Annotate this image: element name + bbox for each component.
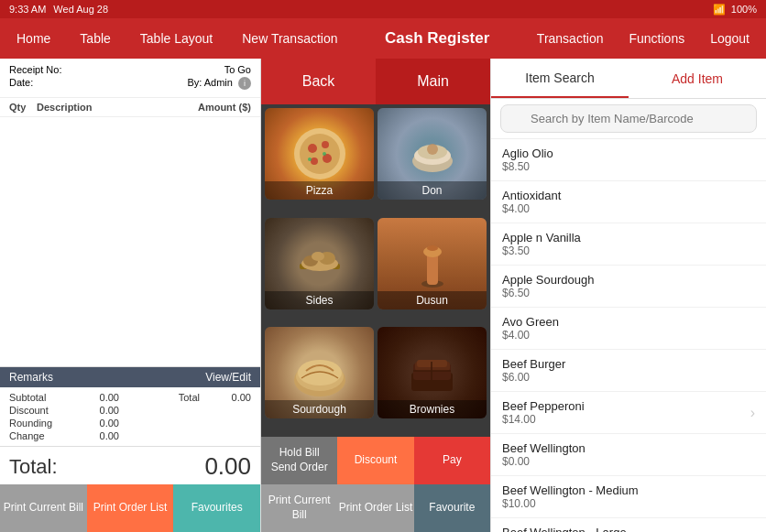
item-row[interactable]: Beef Wellington - Medium $10.00 (491, 476, 766, 518)
total-amount: 0.00 (204, 452, 251, 481)
total-label-inline: Total (119, 392, 200, 403)
item-search-header: Item Search Add Item (491, 59, 766, 99)
item-row[interactable]: Beef Pepperoni $14.00 › (491, 392, 766, 434)
item-info: Beef Burger $6.00 (502, 357, 755, 384)
favourite-button[interactable]: Favourites (173, 484, 260, 532)
item-info: Beef Pepperoni $14.00 (502, 399, 750, 426)
item-info: Antioxidant $4.00 (502, 189, 755, 215)
nav-right: Transaction Functions Logout (531, 27, 755, 49)
receipt-items (0, 117, 260, 366)
col-qty: Qty (9, 102, 37, 113)
main-button[interactable]: Main (376, 59, 490, 104)
item-price: $6.50 (502, 287, 755, 299)
nav-functions[interactable]: Functions (623, 27, 690, 49)
rounding-label: Rounding (9, 418, 73, 429)
app-title: Cash Register (344, 29, 531, 48)
item-info: Beef Wellington $0.00 (502, 441, 755, 468)
item-row[interactable]: Beef Wellington - Large $15.00 (491, 518, 766, 532)
cat-print-bill-button[interactable]: Print Current Bill (261, 484, 337, 532)
item-row[interactable]: Beef Burger $6.00 (491, 350, 766, 392)
receipt-footer: Remarks View/Edit Subtotal 0.00 Total 0.… (0, 366, 260, 532)
item-info: Avo Green $4.00 (502, 315, 755, 342)
pizza-label: Pizza (265, 181, 374, 200)
categories-grid: Pizza Don (261, 104, 490, 437)
back-button[interactable]: Back (261, 59, 376, 104)
date-label: Date: (9, 77, 33, 90)
item-name: Apple Sourdough (502, 273, 755, 287)
nav-logout[interactable]: Logout (705, 27, 755, 49)
search-input[interactable] (500, 104, 757, 133)
main-content: Receipt No: To Go Date: By: Admin i Qty … (0, 59, 766, 532)
item-name: Beef Wellington (502, 441, 755, 455)
item-info: Beef Wellington - Medium $10.00 (502, 483, 755, 510)
discount-value: 0.00 (73, 405, 119, 416)
info-icon[interactable]: i (238, 77, 251, 90)
item-name: Beef Pepperoni (502, 399, 750, 413)
item-row[interactable]: Apple Sourdough $6.50 (491, 266, 766, 308)
total-value-inline: 0.00 (205, 392, 251, 403)
action-buttons: Hold Bill Send Order Discount Pay (261, 437, 490, 484)
svg-point-16 (312, 252, 324, 261)
print-current-bill-button[interactable]: Print Current Bill (0, 484, 87, 532)
sides-label: Sides (265, 291, 374, 309)
nav-home[interactable]: Home (11, 27, 56, 49)
item-name: Apple n Vanilla (502, 231, 755, 244)
total-text: Total: (9, 455, 58, 479)
search-box: 🔍 (491, 99, 766, 139)
cat-favourite-button[interactable]: Favourite (414, 484, 490, 532)
change-value: 0.00 (73, 430, 119, 441)
battery-level: 100% (731, 4, 757, 15)
item-info: Apple Sourdough $6.50 (502, 273, 755, 299)
nav-table-layout[interactable]: Table Layout (135, 27, 218, 49)
category-bottom-buttons: Print Current Bill Print Order List Favo… (261, 484, 490, 532)
item-price: $8.50 (502, 160, 755, 173)
item-row[interactable]: Beef Wellington $0.00 (491, 434, 766, 476)
summary-subtotal: Subtotal 0.00 Total 0.00 (9, 391, 251, 404)
discount-button[interactable]: Discount (337, 437, 413, 484)
view-edit-button[interactable]: View/Edit (205, 371, 251, 384)
nav-left: Home Table Table Layout New Transaction (11, 27, 344, 49)
status-date: Wed Aug 28 (53, 4, 108, 15)
item-row[interactable]: Antioxidant $4.00 (491, 181, 766, 223)
category-dusun[interactable]: Dusun (378, 218, 487, 309)
item-info: Aglio Olio $8.50 (502, 147, 755, 173)
hold-send-button[interactable]: Hold Bill Send Order (261, 437, 337, 484)
print-order-list-button[interactable]: Print Order List (87, 484, 174, 532)
subtotal-label: Subtotal (9, 392, 73, 403)
summary-discount: Discount 0.00 (9, 404, 251, 417)
category-brownies[interactable]: Brownies (378, 327, 487, 418)
status-bar: 9:33 AM Wed Aug 28 📶 100% (0, 0, 766, 18)
category-sides[interactable]: Sides (265, 218, 374, 309)
pay-button[interactable]: Pay (414, 437, 490, 484)
item-price: $10.00 (502, 497, 755, 510)
category-don[interactable]: Don (378, 108, 487, 200)
receipt-columns: Qty Description Amount ($) (0, 98, 260, 117)
item-price: $4.00 (502, 202, 755, 215)
item-info: Beef Wellington - Large $15.00 (502, 526, 755, 532)
cat-print-order-button[interactable]: Print Order List (337, 484, 413, 532)
item-row[interactable]: Aglio Olio $8.50 (491, 139, 766, 181)
item-row[interactable]: Apple n Vanilla $3.50 (491, 223, 766, 266)
top-nav: Home Table Table Layout New Transaction … (0, 18, 766, 59)
remarks-label: Remarks (9, 371, 53, 384)
svg-point-6 (308, 157, 312, 161)
summary-rounding: Rounding 0.00 (9, 417, 251, 429)
category-sourdough[interactable]: Sourdough (265, 327, 374, 418)
item-search-tab[interactable]: Item Search (491, 59, 629, 98)
item-name: Beef Wellington - Large (502, 526, 755, 532)
subtotal-value: 0.00 (73, 392, 119, 403)
item-price: $4.00 (502, 329, 755, 342)
status-time: 9:33 AM (9, 4, 46, 15)
nav-table[interactable]: Table (74, 27, 115, 49)
category-pizza[interactable]: Pizza (265, 108, 374, 200)
item-name: Beef Burger (502, 357, 755, 371)
add-item-tab[interactable]: Add Item (629, 59, 766, 98)
item-row[interactable]: Avo Green $4.00 (491, 308, 766, 350)
chevron-right-icon: › (750, 405, 755, 421)
nav-new-transaction[interactable]: New Transaction (236, 27, 343, 49)
item-price: $14.00 (502, 413, 750, 426)
nav-transaction[interactable]: Transaction (531, 27, 609, 49)
item-name: Beef Wellington - Medium (502, 483, 755, 497)
don-label: Don (378, 181, 487, 200)
remarks-bar: Remarks View/Edit (0, 367, 260, 387)
